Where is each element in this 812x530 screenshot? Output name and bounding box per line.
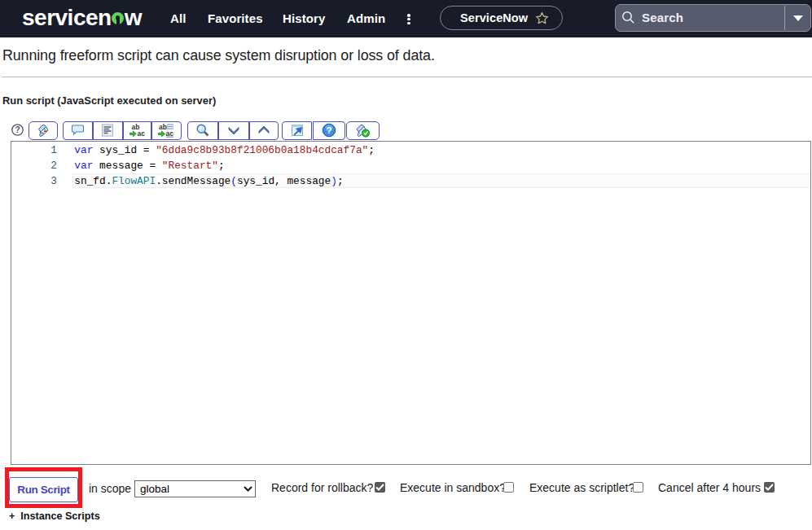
svg-text:ac: ac xyxy=(138,129,146,138)
svg-text:ac: ac xyxy=(166,129,174,138)
svg-text:?: ? xyxy=(326,125,331,135)
svg-text:?: ? xyxy=(15,125,20,134)
